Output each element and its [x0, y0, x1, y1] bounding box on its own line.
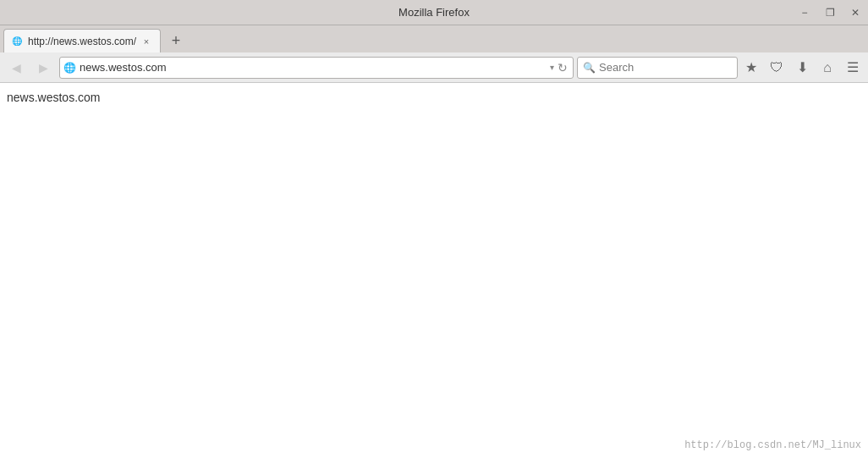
- identity-icon: 🛡: [770, 60, 783, 75]
- search-bar[interactable]: 🔍: [577, 57, 738, 79]
- menu-button[interactable]: ☰: [841, 56, 865, 80]
- content-area: news.westos.com http://blog.csdn.net/MJ_…: [0, 83, 868, 458]
- address-favicon-icon: 🌐: [63, 62, 76, 74]
- new-tab-button[interactable]: +: [164, 29, 188, 52]
- address-input[interactable]: [80, 61, 548, 74]
- close-button[interactable]: ✕: [843, 0, 868, 25]
- minimize-button[interactable]: −: [792, 0, 817, 25]
- bookmark-button[interactable]: ★: [739, 56, 763, 80]
- search-input[interactable]: [599, 61, 732, 74]
- window-title: Mozilla Firefox: [398, 6, 470, 19]
- window-controls: − ❐ ✕: [792, 0, 868, 25]
- back-icon: ◀: [12, 61, 21, 74]
- home-icon: ⌂: [823, 60, 832, 75]
- bookmark-icon: ★: [745, 59, 757, 75]
- home-button[interactable]: ⌂: [816, 56, 839, 80]
- tab-title: http://news.westos.com/: [28, 36, 136, 47]
- search-icon: 🔍: [583, 62, 596, 74]
- address-bar[interactable]: 🌐 ▾ ↻: [59, 57, 574, 79]
- identity-button[interactable]: 🛡: [765, 56, 788, 80]
- reload-icon[interactable]: ↻: [556, 61, 569, 74]
- tab-favicon-icon: 🌐: [11, 36, 23, 47]
- page-content-text: news.westos.com: [7, 91, 100, 104]
- back-button[interactable]: ◀: [3, 56, 29, 80]
- forward-button[interactable]: ▶: [30, 56, 56, 80]
- forward-icon: ▶: [39, 61, 48, 74]
- browser-tab[interactable]: 🌐 http://news.westos.com/ ×: [3, 29, 161, 52]
- download-icon: ⬇: [797, 59, 808, 75]
- hamburger-icon: ☰: [847, 59, 859, 75]
- title-bar: Mozilla Firefox − ❐ ✕: [0, 0, 868, 25]
- address-dropdown-icon[interactable]: ▾: [548, 63, 556, 72]
- tab-bar: 🌐 http://news.westos.com/ × +: [0, 25, 868, 52]
- watermark: http://blog.csdn.net/MJ_linux: [684, 439, 861, 451]
- tab-close-button[interactable]: ×: [140, 35, 153, 48]
- restore-button[interactable]: ❐: [817, 0, 843, 25]
- navigation-bar: ◀ ▶ 🌐 ▾ ↻ 🔍 ★ 🛡 ⬇ ⌂ ☰: [0, 52, 868, 83]
- download-button[interactable]: ⬇: [790, 56, 814, 80]
